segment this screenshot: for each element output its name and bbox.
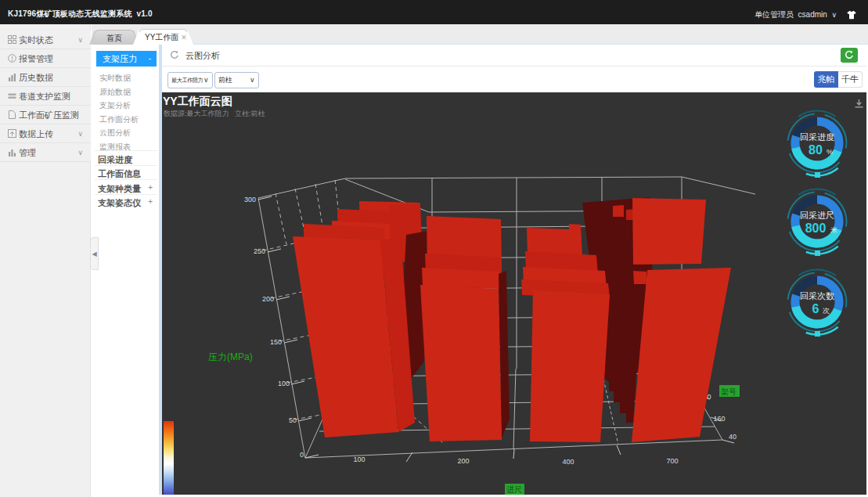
svg-text:150: 150 [270,338,282,346]
svg-text:160: 160 [713,415,725,423]
svg-text:50: 50 [289,416,297,424]
svg-text:400: 400 [562,458,574,466]
svg-text:250: 250 [254,247,265,255]
svg-text:200: 200 [262,295,274,303]
svg-text:0: 0 [300,451,304,459]
svg-text:次: 次 [823,307,830,315]
svg-text:700: 700 [666,457,678,465]
svg-text:300: 300 [244,196,256,203]
svg-text:80: 80 [809,143,823,157]
svg-text:回采进尺: 回采进尺 [800,211,834,220]
svg-text:米: 米 [830,226,837,234]
svg-text:%: % [827,148,833,156]
svg-text:200: 200 [457,457,469,465]
svg-text:40: 40 [729,433,737,441]
svg-text:100: 100 [353,456,365,463]
svg-text:进尺: 进尺 [506,485,522,494]
svg-text:回采进度: 回采进度 [800,132,834,142]
svg-text:架号: 架号 [721,387,737,396]
svg-text:800: 800 [805,221,827,235]
svg-text:6: 6 [812,302,819,315]
svg-text:100: 100 [278,380,290,387]
svg-text:压力(MPa): 压力(MPa) [208,351,253,362]
svg-text:回采次数: 回采次数 [800,291,834,301]
